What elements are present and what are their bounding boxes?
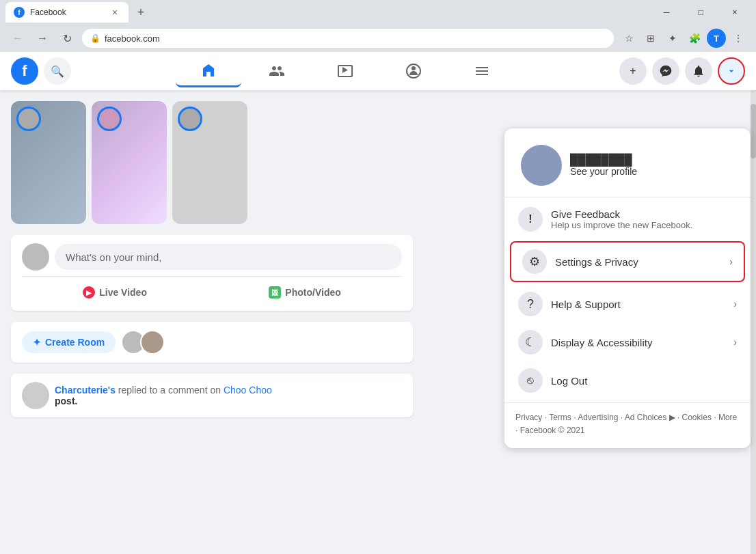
facebook-nav [77, 55, 614, 87]
browser-menu-button[interactable]: ⋮ [729, 29, 748, 48]
notif-highlight: Choo Choo [224, 385, 272, 396]
address-bar[interactable]: 🔒 facebook.com [82, 29, 614, 48]
story-card-3[interactable] [172, 101, 247, 224]
notif-suffix: post. [55, 396, 77, 406]
post-box-top: What's on your mind, [22, 243, 402, 271]
new-tab-button[interactable]: + [131, 3, 150, 22]
live-video-button[interactable]: ▶ Live Video [75, 282, 155, 303]
scrollbar[interactable] [751, 90, 756, 554]
page-content: f 🔍 + [0, 52, 756, 554]
live-label: Live Video [99, 287, 147, 298]
feed-content: What's on your mind, ▶ Live Video 🖼 Phot… [0, 90, 424, 554]
create-button[interactable]: + [619, 57, 647, 85]
give-feedback-item[interactable]: ! Give Feedback Help us improve the new … [507, 200, 748, 238]
nav-home[interactable] [176, 55, 241, 87]
tab-close-button[interactable]: × [109, 7, 120, 18]
help-support-item[interactable]: ? Help & Support › [507, 285, 748, 323]
close-button[interactable]: × [719, 3, 751, 22]
puzzle-extension-button[interactable]: 🧩 [685, 29, 704, 48]
nav-groups[interactable] [381, 55, 446, 87]
browser-titlebar: f Facebook × + ─ □ × [0, 0, 756, 25]
browser-profile-button[interactable]: T [707, 29, 726, 48]
display-arrow: › [733, 337, 737, 348]
address-text: facebook.com [105, 33, 606, 44]
dropdown-footer: Privacy · Terms · Advertising · Ad Choic… [504, 406, 751, 443]
browser-addressbar: ← → ↻ 🔒 facebook.com ☆ ⊞ ✦ 🧩 T ⋮ [0, 25, 756, 52]
room-icon: ✦ [33, 337, 41, 348]
nav-watch[interactable] [312, 55, 378, 87]
display-icon: ☾ [518, 330, 543, 355]
settings-arrow: › [729, 256, 733, 267]
footer-text: Privacy · Terms · Advertising · Ad Choic… [515, 413, 737, 435]
minimize-button[interactable]: ─ [651, 3, 682, 22]
notifications-button[interactable] [685, 57, 712, 85]
window-controls: ─ □ × [651, 3, 751, 22]
log-out-item[interactable]: ⎋ Log Out [507, 361, 748, 400]
feedback-subtitle: Help us improve the new Facebook. [551, 220, 737, 230]
facebook-logo[interactable]: f [11, 57, 38, 85]
room-avatars [121, 330, 165, 355]
back-button[interactable]: ← [8, 29, 27, 48]
bookmark-button[interactable]: ☆ [619, 29, 638, 48]
notif-action: replied to a comment on [118, 385, 224, 396]
create-room-label: Create Room [45, 337, 105, 348]
help-icon: ? [518, 292, 543, 316]
story-avatar-1 [16, 107, 41, 131]
logout-text: Log Out [551, 375, 737, 387]
extension-grid-button[interactable]: ⊞ [641, 29, 660, 48]
story-avatar-2 [97, 107, 122, 131]
display-accessibility-item[interactable]: ☾ Display & Accessibility › [507, 323, 748, 361]
nav-menu[interactable] [449, 55, 515, 87]
messenger-button[interactable] [652, 57, 679, 85]
settings-text: Settings & Privacy [555, 256, 721, 268]
create-room-box: ✦ Create Room [11, 322, 413, 363]
notif-name: Charcuterie's [55, 385, 116, 396]
settings-privacy-item[interactable]: ⚙ Settings & Privacy › [510, 241, 745, 282]
browser-tab[interactable]: f Facebook × [5, 2, 129, 23]
scrollbar-thumb[interactable] [751, 104, 756, 158]
facebook-header: f 🔍 + [0, 52, 756, 90]
live-icon: ▶ [83, 286, 95, 299]
feedback-text: Give Feedback Help us improve the new Fa… [551, 208, 737, 230]
maximize-button[interactable]: □ [685, 3, 716, 22]
dropdown-profile-item[interactable]: ████████ See your profile [510, 137, 745, 194]
account-dropdown-button[interactable] [718, 57, 745, 85]
browser-extensions: ☆ ⊞ ✦ 🧩 T ⋮ [619, 29, 748, 48]
see-profile-text: See your profile [570, 166, 637, 177]
nav-friends[interactable] [244, 55, 310, 87]
browser-frame: f Facebook × + ─ □ × ← → ↻ 🔒 facebook.co… [0, 0, 756, 554]
tab-title: Facebook [30, 8, 104, 17]
dropdown-divider-1 [504, 197, 751, 197]
reload-button[interactable]: ↻ [57, 29, 77, 48]
create-room-button[interactable]: ✦ Create Room [22, 331, 116, 353]
photo-video-button[interactable]: 🖼 Photo/Video [260, 282, 349, 303]
post-placeholder: What's on your mind, [66, 251, 161, 263]
feedback-title: Give Feedback [551, 208, 737, 220]
story-avatar-3 [178, 107, 202, 131]
story-card-2[interactable] [92, 101, 167, 224]
dropdown-divider-2 [504, 402, 751, 403]
room-avatar-2 [140, 330, 165, 355]
help-title: Help & Support [551, 299, 725, 310]
post-avatar [22, 243, 49, 271]
logout-title: Log Out [551, 375, 737, 387]
photo-icon: 🖼 [269, 286, 281, 299]
forward-button[interactable]: → [33, 29, 52, 48]
post-actions: ▶ Live Video 🖼 Photo/Video [22, 276, 402, 303]
extension-star-button[interactable]: ✦ [663, 29, 682, 48]
story-card-1[interactable] [11, 101, 86, 224]
display-title: Display & Accessibility [551, 337, 725, 348]
svg-point-1 [411, 66, 416, 70]
help-text: Help & Support [551, 299, 725, 310]
facebook-actions: + [619, 57, 745, 85]
settings-icon: ⚙ [522, 249, 547, 274]
stories-row [11, 101, 413, 224]
facebook-main: What's on your mind, ▶ Live Video 🖼 Phot… [0, 90, 756, 554]
notification-item: Charcuterie's replied to a comment on Ch… [11, 374, 413, 417]
notif-text: Charcuterie's replied to a comment on Ch… [55, 385, 272, 406]
photo-label: Photo/Video [285, 287, 340, 298]
search-button[interactable]: 🔍 [44, 57, 71, 85]
logout-icon: ⎋ [518, 368, 543, 393]
post-input[interactable]: What's on your mind, [55, 244, 402, 270]
dropdown-profile-info: ████████ See your profile [570, 154, 637, 177]
